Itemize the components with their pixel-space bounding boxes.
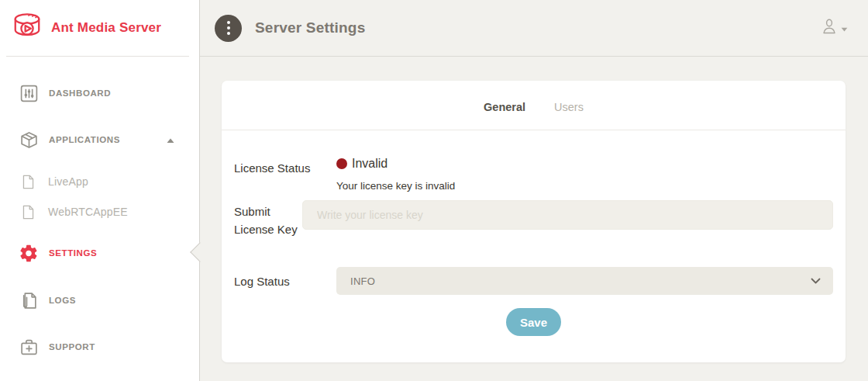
sidebar-nav: DASHBOARD APPLICATIONS L [0, 78, 199, 362]
license-status-row: License Status Invalid Your license key … [234, 157, 833, 192]
submit-license-key-row: Submit License Key [234, 200, 833, 238]
user-menu-button[interactable] [821, 17, 848, 39]
log-status-label: Log Status [234, 272, 336, 290]
logo-text: Ant Media Server [51, 20, 161, 36]
package-icon [19, 130, 39, 150]
sidebar: Ant Media Server DASHBOARD [0, 0, 200, 381]
sidebar-item-applications[interactable]: APPLICATIONS [0, 124, 199, 155]
support-icon [19, 337, 39, 357]
user-icon [821, 17, 838, 39]
license-key-input[interactable] [302, 200, 833, 230]
license-status-value: Invalid [352, 157, 388, 171]
sidebar-item-label: APPLICATIONS [49, 135, 120, 144]
tab-general[interactable]: General [484, 101, 525, 113]
server-settings-form: License Status Invalid Your license key … [222, 130, 846, 336]
log-status-value: INFO [350, 275, 375, 287]
file-icon [21, 205, 35, 219]
logo[interactable]: Ant Media Server [0, 0, 199, 56]
content: General Users License Status Invalid You… [200, 57, 868, 381]
submit-license-key-label: Submit License Key [234, 200, 302, 238]
ant-media-logo-icon [11, 11, 43, 45]
sliders-icon [19, 83, 39, 103]
sidebar-item-logs[interactable]: LOGS [0, 285, 199, 316]
sidebar-item-label: LiveApp [48, 175, 88, 188]
chevron-down-icon [811, 278, 821, 284]
gear-icon [19, 243, 39, 263]
save-button[interactable]: Save [506, 308, 561, 336]
divider [6, 56, 189, 57]
tab-users[interactable]: Users [554, 101, 584, 113]
sidebar-item-label: SUPPORT [49, 342, 95, 352]
log-status-row: Log Status INFO [234, 267, 833, 295]
sidebar-item-label: DASHBOARD [49, 88, 111, 98]
page-title: Server Settings [255, 19, 365, 36]
sidebar-item-settings[interactable]: SETTINGS [0, 237, 199, 268]
kebab-menu-button[interactable] [215, 15, 242, 42]
file-icon [21, 175, 35, 189]
log-status-select[interactable]: INFO [336, 267, 833, 295]
sidebar-item-label: SETTINGS [49, 248, 97, 258]
sidebar-item-webrtcappee[interactable]: WebRTCAppEE [0, 200, 199, 223]
sidebar-item-dashboard[interactable]: DASHBOARD [0, 78, 199, 109]
status-invalid-dot-icon [336, 158, 347, 169]
settings-card: General Users License Status Invalid You… [222, 81, 846, 362]
main-area: Server Settings General Users Licens [200, 0, 868, 381]
logs-icon [19, 290, 39, 310]
chevron-up-icon [167, 133, 174, 147]
tab-bar: General Users [222, 81, 846, 113]
license-status-description: Your license key is invalid [336, 180, 833, 192]
chevron-down-icon [841, 21, 848, 35]
topbar: Server Settings [200, 0, 868, 57]
sidebar-item-label: WebRTCAppEE [48, 206, 128, 218]
sidebar-item-support[interactable]: SUPPORT [0, 331, 199, 362]
sidebar-item-liveapp[interactable]: LiveApp [0, 170, 199, 193]
sidebar-item-label: LOGS [49, 296, 76, 305]
license-status-label: License Status [234, 157, 336, 177]
